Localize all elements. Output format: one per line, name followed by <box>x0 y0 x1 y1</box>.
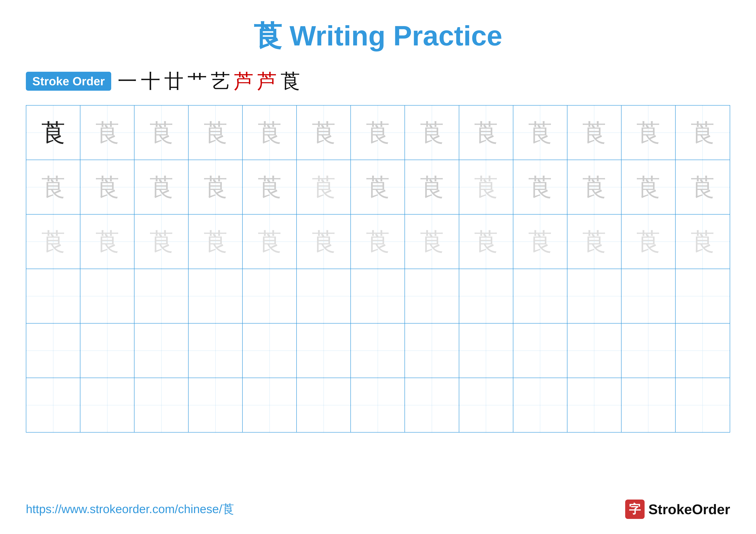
grid-cell[interactable] <box>676 269 730 323</box>
grid-cell[interactable]: 莨 <box>567 215 622 268</box>
grid-cell[interactable] <box>459 323 513 378</box>
grid-cell[interactable] <box>26 378 80 432</box>
cell-character: 莨 <box>366 171 390 203</box>
grid-cell[interactable] <box>676 323 730 378</box>
cell-character: 莨 <box>41 116 65 149</box>
grid-cell[interactable]: 莨 <box>297 106 351 160</box>
grid-cell[interactable]: 莨 <box>26 215 80 268</box>
grid-cell[interactable] <box>189 269 243 323</box>
grid-cell[interactable] <box>243 269 297 323</box>
stroke-order-row: Stroke Order 一 十 廿 艹 艺 芦 芦 莨 <box>26 68 730 94</box>
grid-cell[interactable]: 莨 <box>622 160 676 214</box>
grid-cell[interactable]: 莨 <box>80 160 134 214</box>
grid-cell[interactable]: 莨 <box>134 215 189 268</box>
grid-cell[interactable] <box>80 269 134 323</box>
grid-cell[interactable]: 莨 <box>189 215 243 268</box>
grid-cell[interactable] <box>189 378 243 432</box>
grid-cell[interactable] <box>405 269 459 323</box>
grid-cell[interactable] <box>622 269 676 323</box>
grid-cell[interactable]: 莨 <box>189 160 243 214</box>
grid-cell[interactable] <box>513 269 567 323</box>
grid-cell[interactable]: 莨 <box>405 160 459 214</box>
grid-cell[interactable]: 莨 <box>189 106 243 160</box>
grid-cell[interactable] <box>405 323 459 378</box>
grid-cell[interactable]: 莨 <box>567 160 622 214</box>
grid-cell[interactable] <box>567 269 622 323</box>
grid-cell[interactable] <box>134 323 189 378</box>
grid-cell[interactable]: 莨 <box>405 215 459 268</box>
grid-cell[interactable]: 莨 <box>351 160 405 214</box>
grid-cell[interactable] <box>297 269 351 323</box>
grid-cell[interactable] <box>513 378 567 432</box>
grid-cell[interactable]: 莨 <box>513 160 567 214</box>
grid-cell[interactable]: 莨 <box>243 106 297 160</box>
footer-logo: 字 StrokeOrder <box>625 499 730 519</box>
grid-cell[interactable]: 莨 <box>351 106 405 160</box>
grid-cell[interactable] <box>676 378 730 432</box>
grid-cell[interactable]: 莨 <box>243 215 297 268</box>
page: 莨 Writing Practice Stroke Order 一 十 廿 艹 … <box>0 0 756 534</box>
grid-cell[interactable]: 莨 <box>459 215 513 268</box>
grid-cell[interactable]: 莨 <box>513 106 567 160</box>
cell-character: 莨 <box>691 171 715 203</box>
grid-cell[interactable]: 莨 <box>80 215 134 268</box>
grid-cell[interactable]: 莨 <box>297 215 351 268</box>
cell-character: 莨 <box>474 225 498 258</box>
grid-cell[interactable]: 莨 <box>297 160 351 214</box>
grid-cell[interactable] <box>297 323 351 378</box>
grid-cell[interactable] <box>513 323 567 378</box>
page-title: 莨 Writing Practice <box>26 17 730 55</box>
grid-cell[interactable]: 莨 <box>26 106 80 160</box>
grid-cell[interactable] <box>351 323 405 378</box>
cell-character: 莨 <box>41 171 65 203</box>
cell-character: 莨 <box>420 171 444 203</box>
grid-cell[interactable]: 莨 <box>676 106 730 160</box>
grid-cell[interactable] <box>459 269 513 323</box>
grid-cell[interactable] <box>351 378 405 432</box>
logo-text: StrokeOrder <box>648 501 730 518</box>
grid-cell[interactable]: 莨 <box>676 215 730 268</box>
stroke-5: 艺 <box>211 68 230 94</box>
cell-character: 莨 <box>420 225 444 258</box>
grid-cell[interactable] <box>622 323 676 378</box>
grid-cell[interactable]: 莨 <box>676 160 730 214</box>
grid-cell[interactable] <box>622 378 676 432</box>
grid-cell[interactable] <box>405 378 459 432</box>
footer-url[interactable]: https://www.strokeorder.com/chinese/莨 <box>26 501 234 517</box>
grid-cell[interactable]: 莨 <box>567 106 622 160</box>
grid-cell[interactable] <box>351 269 405 323</box>
grid-cell[interactable] <box>134 269 189 323</box>
grid-cell[interactable]: 莨 <box>243 160 297 214</box>
footer: https://www.strokeorder.com/chinese/莨 字 … <box>26 499 730 519</box>
cell-character: 莨 <box>691 225 715 258</box>
grid-cell[interactable] <box>80 378 134 432</box>
cell-character: 莨 <box>366 225 390 258</box>
grid-cell[interactable] <box>567 323 622 378</box>
grid-cell[interactable]: 莨 <box>134 106 189 160</box>
grid-cell[interactable] <box>189 323 243 378</box>
stroke-sequence: 一 十 廿 艹 艺 芦 芦 莨 <box>118 68 300 94</box>
grid-cell[interactable] <box>80 323 134 378</box>
grid-cell[interactable]: 莨 <box>80 106 134 160</box>
grid-cell[interactable]: 莨 <box>459 160 513 214</box>
grid-row <box>26 269 730 323</box>
grid-cell[interactable] <box>26 323 80 378</box>
grid-cell[interactable] <box>134 378 189 432</box>
grid-cell[interactable]: 莨 <box>26 160 80 214</box>
grid-cell[interactable] <box>243 378 297 432</box>
grid-cell[interactable]: 莨 <box>351 215 405 268</box>
grid-cell[interactable]: 莨 <box>134 160 189 214</box>
grid-cell[interactable] <box>297 378 351 432</box>
grid-cell[interactable]: 莨 <box>405 106 459 160</box>
grid-cell[interactable] <box>567 378 622 432</box>
grid-cell[interactable] <box>243 323 297 378</box>
grid-row: 莨莨莨莨莨莨莨莨莨莨莨莨莨 <box>26 106 730 160</box>
grid-cell[interactable]: 莨 <box>622 106 676 160</box>
grid-cell[interactable]: 莨 <box>622 215 676 268</box>
grid-cell[interactable]: 莨 <box>513 215 567 268</box>
cell-character: 莨 <box>474 171 498 203</box>
stroke-3: 廿 <box>164 68 184 94</box>
grid-cell[interactable] <box>459 378 513 432</box>
grid-cell[interactable] <box>26 269 80 323</box>
grid-cell[interactable]: 莨 <box>459 106 513 160</box>
